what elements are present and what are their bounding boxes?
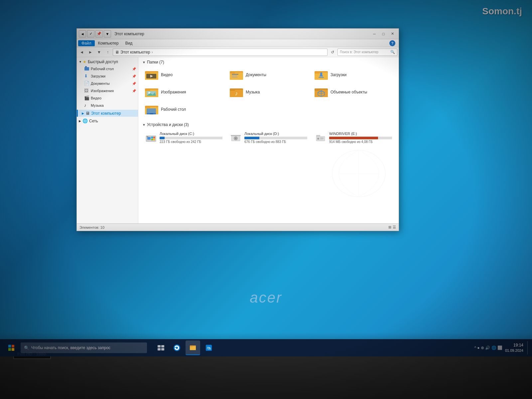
quick-access-header[interactable]: ▼ ★ Быстрый доступ (77, 59, 138, 65)
folder-3d-objects[interactable]: Объемные объекты (312, 84, 395, 100)
drive-d-fill (244, 137, 259, 139)
svg-rect-65 (8, 345, 11, 347)
system-tray: ^ ● ⊕ 🔊 🌐 ⬜ 19:14 01.09.2024 (474, 341, 529, 354)
pin-downloads-icon: 📌 (132, 74, 136, 78)
search-box[interactable]: Поиск в: Этот компьютер 🔍 (337, 49, 397, 56)
menu-computer[interactable]: Компьютер (95, 40, 122, 46)
folders-section-header[interactable]: ▼ Папки (7) (142, 60, 395, 65)
desktop-folder-icon (84, 66, 89, 71)
svg-rect-66 (12, 345, 14, 347)
taskbar-search-icon: 🔍 (24, 345, 29, 350)
taskbar-task-view[interactable] (154, 340, 168, 355)
date-text: 01.09.2024 (505, 348, 523, 353)
folder-documents[interactable]: Документы (227, 67, 310, 82)
menu-file[interactable]: Файл (78, 40, 95, 46)
this-pc-icon: 🖥 (85, 111, 90, 116)
taskbar: 🔍 Чтобы начать поиск, введите здесь запр… (0, 339, 532, 356)
checkmark-icon[interactable]: ✓ (87, 30, 94, 38)
this-pc-label: Этот компьютер (91, 111, 121, 116)
svg-rect-63 (320, 138, 324, 139)
status-text: Элементов: 10 (79, 225, 104, 229)
svg-rect-14 (232, 74, 238, 75)
sidebar-item-documents[interactable]: 📄 Документы 📌 (77, 80, 138, 87)
folders-grid: Видео Документы (142, 67, 395, 117)
nav-forward-button[interactable]: ► (87, 49, 94, 56)
folder-video-icon (145, 69, 158, 80)
pin-desktop-icon: 📌 (132, 67, 136, 71)
refresh-button[interactable]: ↺ (329, 49, 336, 56)
taskbar-search-text: Чтобы начать поиск, введите здесь запрос (31, 345, 110, 350)
sidebar-item-images[interactable]: 🖼 Изображения 📌 (77, 87, 138, 94)
drive-e-fill (329, 137, 378, 139)
folder-desktop[interactable]: Рабочий стол (142, 102, 225, 117)
drive-d[interactable]: Локальный диск (D:) 676 ГБ свободно из 8… (227, 130, 310, 146)
drive-e[interactable]: WINDRIVER (E:) 914 МБ свободно из 4,08 Г… (312, 130, 395, 146)
view-icons-icon[interactable]: ⊞ (388, 225, 391, 229)
show-desktop-button[interactable] (527, 341, 529, 354)
drives-grid: Локальный диск (C:) 223 ГБ свободно из 2… (142, 130, 395, 146)
svg-rect-19 (315, 72, 320, 73)
folder-desktop-icon (145, 104, 158, 115)
back-icon[interactable]: ◄ (79, 30, 86, 38)
taskbar-edge[interactable] (170, 340, 184, 355)
this-pc-header[interactable]: ▶ 🖥 Этот компьютер (77, 110, 138, 117)
menu-view[interactable]: Вид (122, 40, 136, 46)
svg-rect-1 (85, 66, 87, 67)
quick-access-label: Быстрый доступ (88, 60, 118, 64)
network-header[interactable]: ▶ 🌐 Сеть (77, 117, 138, 124)
taskbar-search[interactable]: 🔍 Чтобы начать поиск, введите здесь запр… (21, 342, 147, 353)
drives-section-header[interactable]: ▼ Устройства и диски (3) (142, 122, 395, 127)
address-path[interactable]: 🖥 Этот компьютер › (113, 49, 328, 56)
music-label: Музыка (91, 103, 104, 107)
drive-d-free: 676 ГБ свободно из 883 ГБ (244, 140, 307, 144)
drive-c-name: Локальный диск (C:) (160, 132, 222, 136)
folder-downloads[interactable]: Загрузки (312, 67, 395, 82)
start-button[interactable] (3, 339, 20, 356)
taskbar-store[interactable]: 🛍 (201, 340, 216, 355)
acer-logo: acer (250, 289, 282, 306)
menu-bar: Файл Компьютер Вид ? (77, 39, 399, 47)
svg-rect-41 (145, 106, 150, 108)
svg-rect-15 (232, 75, 237, 76)
sidebar-item-video[interactable]: 🎬 Видео (77, 94, 138, 102)
folder-documents-icon (230, 69, 243, 80)
window-controls: ─ □ ✕ (370, 31, 397, 37)
taskbar-explorer[interactable] (186, 340, 200, 355)
dropdown-icon[interactable]: ▼ (104, 30, 111, 38)
video-label: Видео (91, 96, 101, 100)
minimize-button[interactable]: ─ (370, 31, 379, 37)
svg-rect-68 (12, 348, 14, 351)
folder-music[interactable]: ♪ Музыка (227, 84, 310, 100)
folder-documents-label: Документы (246, 72, 266, 77)
network-section: ▶ 🌐 Сеть (77, 117, 138, 124)
folder-video[interactable]: Видео (142, 67, 225, 82)
nav-dropdown-button[interactable]: ▼ (95, 49, 103, 56)
svg-rect-60 (316, 135, 320, 137)
this-pc-section: ▶ 🖥 Этот компьютер (77, 110, 138, 117)
drive-c[interactable]: Локальный диск (C:) 223 ГБ свободно из 2… (142, 130, 225, 146)
folder-images[interactable]: Изображения (142, 84, 225, 100)
pin-images-icon: 📌 (132, 89, 136, 93)
folder-images-label: Изображения (161, 90, 186, 94)
help-button[interactable]: ? (389, 40, 395, 46)
close-button[interactable]: ✕ (388, 31, 397, 37)
documents-label: Документы (91, 81, 110, 85)
sidebar-item-music[interactable]: ♪ Музыка (77, 102, 138, 109)
sidebar: ▼ ★ Быстрый доступ Рабочий стол 📌 ⬇ Загр… (77, 57, 138, 223)
view-list-icon[interactable]: ☰ (393, 225, 396, 229)
nav-up-button[interactable]: ↑ (104, 49, 111, 56)
time-text: 19:14 (505, 342, 523, 348)
svg-rect-67 (8, 348, 11, 351)
drive-e-icon (315, 133, 327, 143)
nav-back-button[interactable]: ◄ (78, 49, 85, 56)
network-label: Сеть (89, 119, 98, 123)
maximize-button[interactable]: □ (379, 31, 388, 37)
pin-icon[interactable]: 📌 (95, 30, 103, 38)
sidebar-item-downloads[interactable]: ⬇ Загрузки 📌 (77, 72, 138, 80)
sidebar-item-desktop[interactable]: Рабочий стол 📌 (77, 65, 138, 72)
video-icon: 🎬 (84, 95, 89, 101)
svg-rect-16 (232, 77, 238, 77)
watermark-label: Somon.tj (482, 6, 522, 17)
drive-c-icon (145, 133, 157, 143)
svg-rect-48 (147, 136, 148, 137)
